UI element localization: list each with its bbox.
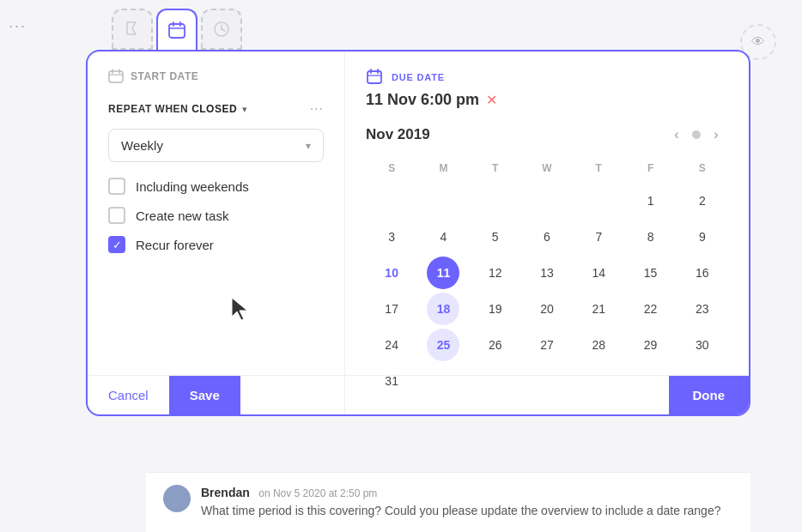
calendar-next-button[interactable]: › [704,123,728,147]
left-section: START DATE REPEAT WHEN CLOSED ▾ ··· Week… [88,51,345,414]
top-bar: ··· [9,17,27,35]
comment-meta: on Nov 5 2020 at 2:50 pm [258,487,377,499]
modal-container: START DATE REPEAT WHEN CLOSED ▾ ··· Week… [86,9,750,463]
calendar-day[interactable]: 16 [686,257,719,289]
clear-due-date-button[interactable]: ✕ [486,92,497,108]
calendar-day[interactable]: 19 [479,293,512,325]
calendar-day[interactable]: 6 [531,221,563,253]
comment-avatar [163,485,191,512]
calendar-nav: Nov 2019 ‹ › [366,123,728,147]
calendar-day[interactable]: 8 [635,221,667,253]
calendar-day [479,184,512,217]
including-weekends-row[interactable]: Including weekends [108,178,324,195]
comment-author: Brendan [201,486,250,499]
right-section: DUE DATE 11 Nov 6:00 pm ✕ Nov 2019 ‹ › S… [345,51,749,414]
calendar-grid: S M T W T F S 12345678910111213141516171… [366,159,728,397]
weekday-fri: F [624,159,676,178]
calendar-day[interactable]: 2 [686,184,719,217]
calendar-day[interactable]: 27 [531,329,563,361]
calendar-day[interactable]: 23 [686,293,719,325]
start-date-row: START DATE [108,69,324,84]
weekday-wed: W [521,159,573,178]
calendar-day [582,184,615,217]
calendar-day [531,184,563,217]
calendar-day[interactable]: 20 [531,293,563,325]
calendar-day [427,184,459,217]
calendar-day[interactable]: 12 [479,257,512,289]
repeat-more-options[interactable]: ··· [310,101,324,117]
calendar-day[interactable]: 26 [479,329,512,361]
comment-body: Brendan on Nov 5 2020 at 2:50 pm What ti… [201,485,720,520]
calendar-today-indicator[interactable] [692,130,701,139]
due-date-value-row: 11 Nov 6:00 pm ✕ [366,91,728,109]
calendar-day[interactable]: 9 [686,221,719,253]
comment-section: Brendan on Nov 5 2020 at 2:50 pm What ti… [146,472,750,532]
comment-row: Brendan on Nov 5 2020 at 2:50 pm What ti… [163,485,733,520]
calendar-prev-button[interactable]: ‹ [665,123,689,147]
start-date-label: START DATE [131,70,198,82]
weekday-sat: S [677,159,728,178]
recur-forever-checkbox[interactable]: ✓ [108,236,125,253]
calendar-day[interactable]: 4 [427,221,459,253]
svg-rect-18 [368,71,381,83]
calendar-day[interactable]: 24 [375,329,408,361]
create-new-task-label: Create new task [136,209,228,223]
calendar-day [375,184,408,217]
tab-flag[interactable] [112,9,153,50]
calendar-day[interactable]: 1 [635,184,667,217]
calendar-day[interactable]: 10 [375,257,408,289]
calendar-day[interactable]: 15 [635,257,667,289]
tab-bar [112,9,750,50]
svg-rect-13 [109,71,123,82]
cancel-button[interactable]: Cancel [88,376,169,414]
including-weekends-checkbox[interactable] [108,178,125,195]
bottom-buttons: Cancel Save [88,375,749,414]
calendar-day[interactable]: 3 [375,221,408,253]
weekday-sun: S [366,159,417,178]
calendar-day[interactable]: 22 [635,293,667,325]
svg-marker-17 [232,298,247,320]
menu-dots[interactable]: ··· [9,17,27,35]
tab-clock[interactable] [201,9,242,50]
weekday-mon: M [417,159,469,178]
calendar-day[interactable]: 5 [479,221,512,253]
calendar-month-year: Nov 2019 [366,126,665,143]
main-panel: START DATE REPEAT WHEN CLOSED ▾ ··· Week… [86,50,750,416]
calendar-day[interactable]: 25 [427,329,459,361]
cursor-decoration [228,296,324,327]
weekday-tue: T [470,159,521,178]
calendar-day[interactable]: 11 [427,257,459,289]
due-date-text: 11 Nov 6:00 pm [366,91,479,109]
calendar-day[interactable]: 7 [582,221,615,253]
create-new-task-checkbox[interactable] [108,207,125,224]
repeat-chevron[interactable]: ▾ [242,104,247,115]
create-new-task-row[interactable]: Create new task [108,207,324,224]
calendar-day[interactable]: 29 [635,329,667,361]
calendar-day[interactable]: 13 [531,257,563,289]
calendar-day[interactable]: 17 [375,293,408,325]
calendar-day[interactable]: 28 [582,329,615,361]
dropdown-value: Weekly [121,138,163,153]
comment-text: What time period is this covering? Could… [201,503,720,520]
calendar-day[interactable]: 21 [582,293,615,325]
save-button[interactable]: Save [169,376,240,414]
recur-forever-row[interactable]: ✓ Recur forever [108,236,324,253]
calendar-day[interactable]: 30 [686,329,719,361]
svg-line-12 [222,29,225,31]
recur-forever-label: Recur forever [136,238,214,252]
done-button[interactable]: Done [669,376,750,414]
calendar-day[interactable]: 14 [582,257,615,289]
calendar-days: 1234567891011121314151617181920212223242… [366,184,728,397]
dropdown-arrow-icon: ▾ [306,140,311,152]
including-weekends-label: Including weekends [136,179,249,194]
repeat-header: REPEAT WHEN CLOSED ▾ ··· [108,101,324,117]
repeat-label: REPEAT WHEN CLOSED [108,103,237,115]
recur-frequency-dropdown[interactable]: Weekly ▾ [108,129,324,162]
due-date-label: DUE DATE [392,72,445,82]
calendar-weekdays: S M T W T F S [366,159,728,178]
calendar-day[interactable]: 18 [427,293,459,325]
svg-rect-6 [169,24,185,38]
tab-calendar[interactable] [156,9,197,50]
start-date-icon [108,69,124,84]
due-date-header: DUE DATE [366,69,728,86]
